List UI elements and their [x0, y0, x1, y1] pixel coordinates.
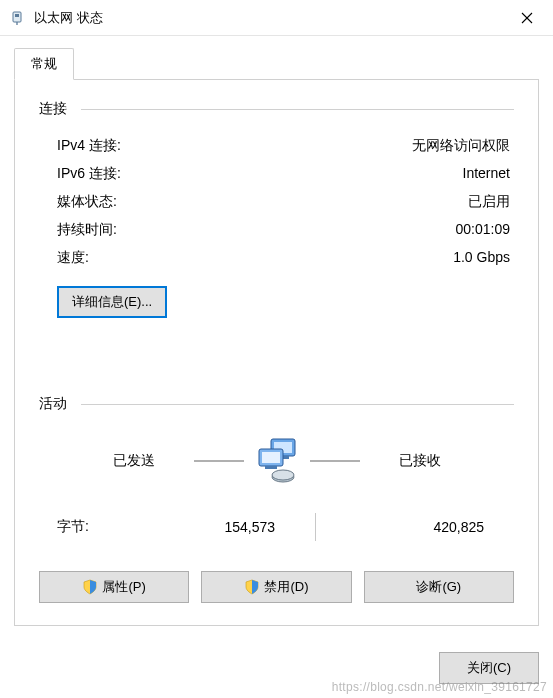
ethernet-icon: [8, 9, 26, 27]
duration-value: 00:01:09: [456, 221, 511, 239]
shield-icon: [82, 579, 98, 595]
received-label: 已接收: [360, 452, 480, 470]
general-panel: 连接 IPv4 连接: 无网络访问权限 IPv6 连接: Internet 媒体…: [14, 80, 539, 626]
svg-rect-1: [15, 14, 19, 17]
details-button[interactable]: 详细信息(E)...: [57, 286, 167, 318]
bytes-received-value: 420,825: [356, 519, 484, 535]
media-state-row: 媒体状态: 已启用: [39, 188, 514, 216]
close-button[interactable]: 关闭(C): [439, 652, 539, 684]
svg-rect-9: [262, 452, 280, 463]
svg-rect-10: [265, 466, 277, 469]
duration-row: 持续时间: 00:01:09: [39, 216, 514, 244]
titlebar: 以太网 状态: [0, 0, 553, 36]
media-state-value: 已启用: [468, 193, 510, 211]
ipv4-label: IPv4 连接:: [57, 137, 412, 155]
disable-button-label: 禁用(D): [264, 578, 308, 596]
speed-value: 1.0 Gbps: [453, 249, 510, 267]
activity-line-right: [310, 460, 360, 462]
network-computers-icon: [244, 433, 310, 489]
activity-line-left: [194, 460, 244, 462]
connection-heading: 连接: [39, 100, 67, 118]
action-button-row: 属性(P) 禁用(D) 诊断(G): [39, 551, 514, 607]
ipv4-value: 无网络访问权限: [412, 137, 510, 155]
dialog-footer: 关闭(C): [0, 640, 553, 698]
bytes-row: 字节: 154,573 420,825: [39, 499, 514, 551]
sent-label: 已发送: [74, 452, 194, 470]
ipv6-value: Internet: [463, 165, 510, 183]
connection-section-header: 连接: [39, 100, 514, 118]
ipv6-row: IPv6 连接: Internet: [39, 160, 514, 188]
diagnose-button-label: 诊断(G): [416, 578, 461, 596]
ethernet-status-window: 以太网 状态 常规 连接 IPv4 连接: 无网络访问权限 IPv6 连接: I…: [0, 0, 553, 698]
speed-row: 速度: 1.0 Gbps: [39, 244, 514, 272]
duration-label: 持续时间:: [57, 221, 456, 239]
shield-icon: [244, 579, 260, 595]
activity-section-header: 活动: [39, 395, 514, 413]
properties-button[interactable]: 属性(P): [39, 571, 189, 603]
content-area: 常规 连接 IPv4 连接: 无网络访问权限 IPv6 连接: Internet…: [0, 36, 553, 640]
divider: [81, 109, 514, 110]
divider: [81, 404, 514, 405]
close-icon[interactable]: [507, 3, 547, 33]
disable-button[interactable]: 禁用(D): [201, 571, 351, 603]
tab-bar: 常规: [14, 46, 539, 80]
media-state-label: 媒体状态:: [57, 193, 468, 211]
activity-heading: 活动: [39, 395, 67, 413]
activity-graphic: 已发送 已接收: [39, 427, 514, 499]
speed-label: 速度:: [57, 249, 453, 267]
bytes-sent-value: 154,573: [147, 519, 275, 535]
ipv6-label: IPv6 连接:: [57, 165, 463, 183]
window-title: 以太网 状态: [34, 9, 507, 27]
properties-button-label: 属性(P): [102, 578, 145, 596]
diagnose-button[interactable]: 诊断(G): [364, 571, 514, 603]
bytes-separator: [315, 513, 316, 541]
ipv4-row: IPv4 连接: 无网络访问权限: [39, 132, 514, 160]
svg-point-12: [272, 470, 294, 480]
tab-general[interactable]: 常规: [14, 48, 74, 80]
bytes-label: 字节:: [57, 518, 147, 536]
